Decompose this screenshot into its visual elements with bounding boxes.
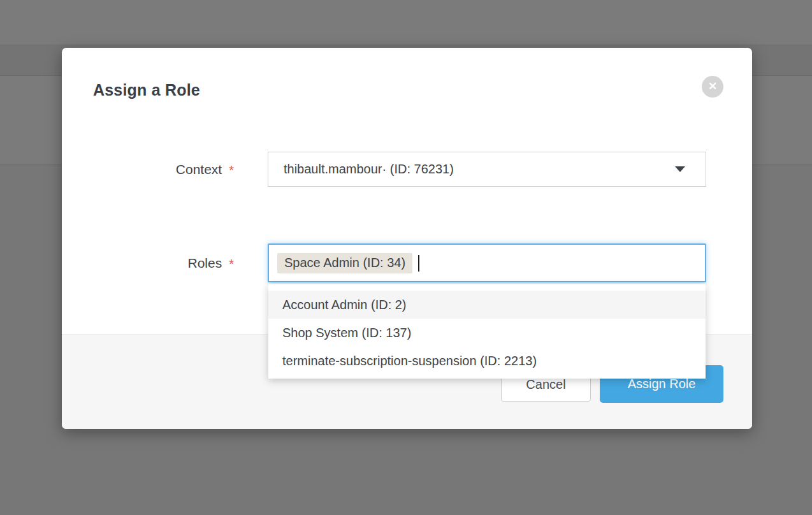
context-label-text: Context [176, 162, 222, 177]
roles-multiselect-input[interactable]: Space Admin (ID: 34) [268, 243, 706, 282]
context-selected-value: thibault.mambour· (ID: 76231) [284, 162, 675, 177]
chevron-down-icon [675, 166, 685, 172]
roles-dropdown-menu: Account Admin (ID: 2) Shop System (ID: 1… [268, 284, 706, 379]
context-field-label: Context * [62, 152, 234, 187]
required-asterisk: * [229, 257, 234, 272]
x-circle-icon: ✕ [708, 81, 717, 92]
close-button[interactable]: ✕ [702, 76, 723, 98]
dropdown-option[interactable]: Shop System (ID: 137) [268, 319, 706, 347]
context-select[interactable]: thibault.mambour· (ID: 76231) [268, 152, 706, 187]
dropdown-option[interactable]: terminate-subscription-suspension (ID: 2… [268, 347, 706, 375]
required-asterisk: * [229, 163, 234, 178]
assign-role-modal: Assign a Role ✕ Context * thibault.mambo… [62, 48, 752, 429]
roles-label-text: Roles [188, 256, 222, 271]
text-cursor [418, 255, 419, 272]
modal-title: Assign a Role [93, 81, 200, 99]
dropdown-option[interactable]: Account Admin (ID: 2) [268, 291, 706, 319]
roles-field-label: Roles * [62, 243, 234, 282]
selected-role-tag[interactable]: Space Admin (ID: 34) [277, 253, 412, 273]
